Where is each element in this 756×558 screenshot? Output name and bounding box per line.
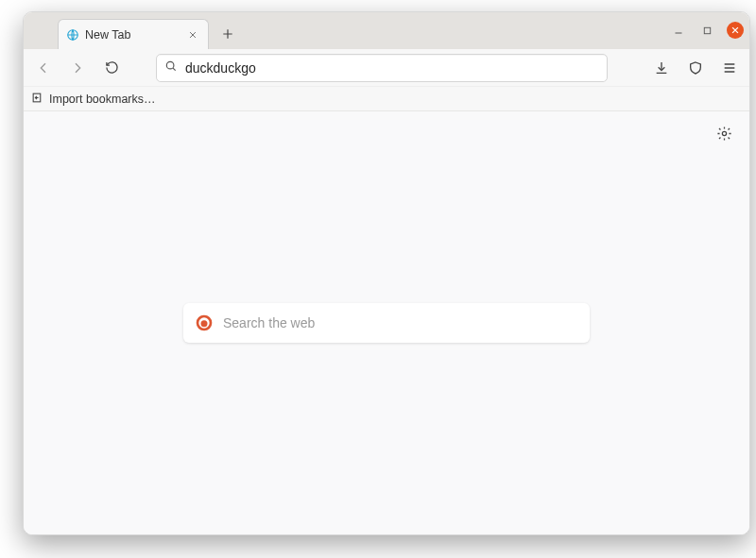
back-button[interactable] bbox=[31, 56, 56, 80]
import-icon bbox=[31, 92, 43, 107]
svg-point-4 bbox=[722, 131, 726, 135]
downloads-button[interactable] bbox=[649, 56, 674, 80]
page-content bbox=[24, 111, 749, 534]
svg-point-7 bbox=[201, 320, 208, 327]
close-window-button[interactable] bbox=[727, 22, 744, 39]
minimize-button[interactable] bbox=[670, 22, 687, 39]
menu-button[interactable] bbox=[717, 56, 742, 80]
newtab-search-input[interactable] bbox=[223, 315, 578, 330]
reload-button[interactable] bbox=[99, 56, 124, 80]
browser-window: New Tab bbox=[23, 11, 750, 535]
tab-bar: New Tab bbox=[24, 12, 749, 49]
import-bookmarks-label: Import bookmarks… bbox=[49, 93, 156, 106]
window-controls bbox=[670, 22, 744, 39]
bookmarks-toolbar: Import bookmarks… bbox=[24, 87, 749, 111]
shield-icon[interactable] bbox=[683, 56, 708, 80]
close-tab-button[interactable] bbox=[185, 27, 200, 42]
svg-rect-1 bbox=[704, 27, 710, 33]
navigation-toolbar bbox=[24, 49, 749, 87]
search-icon bbox=[164, 59, 178, 76]
address-bar[interactable] bbox=[156, 54, 608, 82]
forward-button[interactable] bbox=[65, 56, 90, 80]
svg-point-2 bbox=[166, 61, 174, 69]
tab-title: New Tab bbox=[85, 28, 180, 42]
new-tab-button[interactable] bbox=[215, 21, 241, 47]
globe-icon bbox=[66, 28, 79, 42]
maximize-button[interactable] bbox=[698, 22, 715, 39]
browser-tab[interactable]: New Tab bbox=[58, 19, 209, 49]
duckduckgo-icon bbox=[195, 313, 214, 332]
newtab-settings-button[interactable] bbox=[713, 123, 734, 144]
newtab-search-box[interactable] bbox=[183, 303, 590, 343]
import-bookmarks-button[interactable]: Import bookmarks… bbox=[31, 92, 156, 107]
address-input[interactable] bbox=[185, 60, 599, 76]
